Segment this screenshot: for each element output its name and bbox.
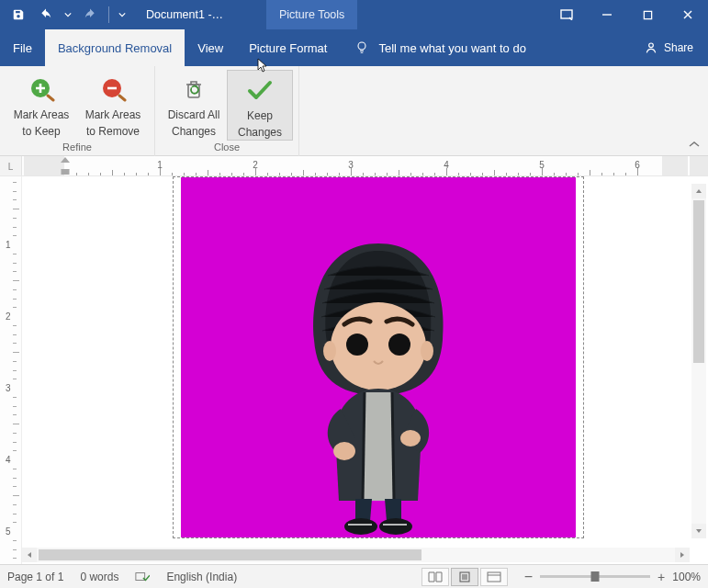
- horizontal-ruler[interactable]: L 123456: [0, 156, 708, 176]
- save-button[interactable]: [6, 2, 31, 28]
- print-layout-icon: [457, 571, 472, 582]
- svg-point-10: [331, 302, 426, 390]
- collapse-ribbon-button[interactable]: [688, 139, 701, 152]
- share-button[interactable]: Share: [629, 29, 708, 66]
- svg-rect-0: [561, 10, 572, 18]
- lightbulb-icon: [354, 40, 369, 55]
- mark-keep-label-2: to Keep: [22, 125, 60, 138]
- quick-access-toolbar: [0, 2, 129, 28]
- spellcheck-icon: [135, 571, 150, 583]
- mark-areas-to-remove-button[interactable]: Mark Areas to Remove: [77, 70, 149, 139]
- contextual-tab-text: Picture Tools: [279, 8, 344, 21]
- svg-rect-19: [136, 572, 145, 580]
- ruler-right-margin: [662, 156, 688, 175]
- document-page[interactable]: [22, 176, 708, 564]
- discard-icon: [178, 74, 209, 105]
- scroll-down-button[interactable]: [691, 524, 706, 538]
- tell-me-placeholder: Tell me what you want to do: [378, 41, 525, 55]
- qat-customize[interactable]: [115, 2, 129, 28]
- svg-point-16: [400, 430, 421, 447]
- redo-icon: [84, 8, 96, 21]
- view-switcher: [421, 568, 508, 586]
- vertical-scrollbar[interactable]: [691, 184, 706, 538]
- scroll-track-v[interactable]: [691, 198, 706, 524]
- undo-button[interactable]: [33, 2, 59, 28]
- first-line-indent-marker[interactable]: [61, 157, 70, 163]
- scroll-thumb-v[interactable]: [693, 200, 704, 363]
- web-layout-icon: [487, 571, 501, 582]
- status-language[interactable]: English (India): [166, 571, 237, 583]
- maximize-icon: [643, 10, 653, 20]
- zoom-level[interactable]: 100%: [672, 571, 701, 583]
- selected-picture[interactable]: [173, 176, 584, 538]
- scroll-right-button[interactable]: [675, 548, 690, 562]
- ruler-left-margin: [24, 156, 64, 175]
- ribbon: Mark Areas to Keep Mark Areas to Remove …: [0, 66, 708, 156]
- discard-all-changes-button[interactable]: Discard All Changes: [161, 70, 227, 141]
- mark-remove-icon: [97, 74, 129, 105]
- caret-left-icon: [26, 551, 33, 559]
- print-layout-button[interactable]: [451, 568, 478, 586]
- scroll-left-button[interactable]: [22, 548, 37, 562]
- caret-right-icon: [679, 551, 686, 559]
- scroll-up-button[interactable]: [691, 184, 706, 198]
- document-area: 12345: [0, 176, 708, 564]
- save-icon: [12, 8, 25, 21]
- spellcheck-button[interactable]: [135, 570, 150, 584]
- redo-button[interactable]: [77, 2, 103, 28]
- vertical-ruler[interactable]: 12345: [0, 176, 22, 564]
- zoom-slider[interactable]: [540, 575, 650, 578]
- scroll-thumb-h[interactable]: [39, 549, 421, 560]
- qat-separator: [108, 6, 109, 23]
- left-indent-marker[interactable]: [62, 170, 70, 175]
- share-icon: [644, 40, 658, 55]
- document-title-text: Document1 -…: [146, 8, 223, 21]
- read-mode-button[interactable]: [421, 568, 449, 586]
- cursor-icon: [257, 58, 268, 73]
- ribbon-display-options[interactable]: [546, 0, 587, 29]
- tell-me-search[interactable]: Tell me what you want to do: [340, 29, 540, 66]
- close-button[interactable]: [668, 0, 708, 29]
- zoom-controls: − + 100%: [524, 569, 701, 585]
- svg-point-5: [358, 42, 365, 50]
- discard-label-1: Discard All: [168, 108, 220, 121]
- keep-changes-button[interactable]: Keep Changes: [227, 70, 293, 141]
- tab-label: Background Removal: [58, 41, 172, 55]
- keep-icon: [244, 74, 275, 106]
- tab-view[interactable]: View: [185, 29, 236, 66]
- status-word-count[interactable]: 0 words: [80, 571, 118, 583]
- horizontal-scrollbar[interactable]: [22, 548, 690, 562]
- ribbon-options-icon: [560, 9, 573, 20]
- caret-up-icon: [695, 187, 702, 195]
- minimize-button[interactable]: [587, 0, 627, 29]
- tab-file[interactable]: File: [0, 29, 45, 66]
- mark-remove-label-1: Mark Areas: [85, 108, 141, 121]
- svg-point-14: [421, 341, 433, 361]
- scroll-track-h[interactable]: [37, 548, 675, 562]
- svg-rect-24: [488, 572, 500, 582]
- undo-dropdown[interactable]: [61, 2, 75, 28]
- web-layout-button[interactable]: [480, 568, 508, 586]
- caret-down-icon: [695, 527, 702, 535]
- tab-picture-format[interactable]: Picture Format: [236, 29, 340, 66]
- zoom-slider-knob[interactable]: [591, 571, 600, 582]
- document-title: Document1 -…: [146, 8, 223, 21]
- mark-keep-icon: [26, 74, 57, 105]
- svg-point-13: [323, 341, 336, 361]
- maximize-button[interactable]: [627, 0, 668, 29]
- foreground-figure: [273, 225, 484, 537]
- svg-point-15: [333, 442, 355, 460]
- svg-point-18: [379, 518, 412, 535]
- undo-icon: [39, 8, 53, 21]
- zoom-in-button[interactable]: +: [657, 570, 665, 584]
- mark-areas-to-keep-button[interactable]: Mark Areas to Keep: [6, 70, 77, 139]
- group-label-refine: Refine: [62, 141, 92, 153]
- ruler-corner[interactable]: L: [0, 156, 22, 176]
- zoom-out-button[interactable]: −: [524, 569, 533, 585]
- close-icon: [682, 9, 693, 20]
- title-bar: Document1 -… Picture Tools: [0, 0, 708, 29]
- ribbon-group-close: Discard All Changes Keep Changes Close: [155, 66, 299, 156]
- status-page[interactable]: Page 1 of 1: [7, 571, 63, 583]
- tab-background-removal[interactable]: Background Removal: [45, 29, 185, 66]
- discard-label-2: Changes: [172, 125, 216, 138]
